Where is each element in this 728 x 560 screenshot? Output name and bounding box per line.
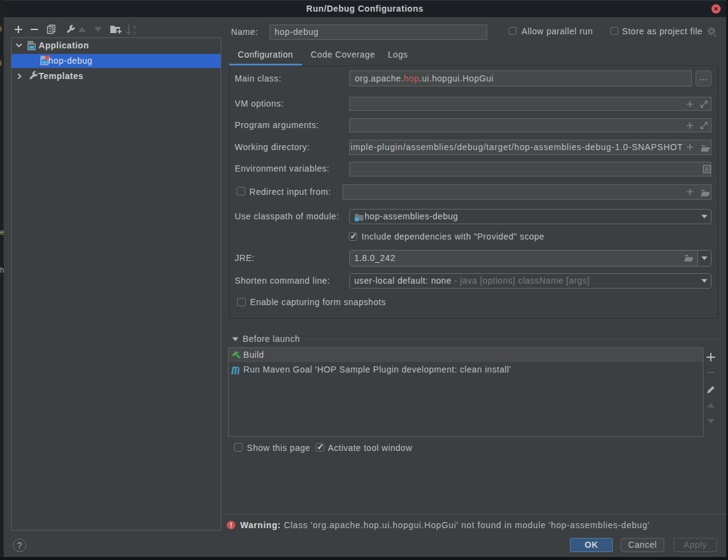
svg-text:a: a [133, 23, 136, 29]
svg-text:z: z [133, 30, 136, 36]
